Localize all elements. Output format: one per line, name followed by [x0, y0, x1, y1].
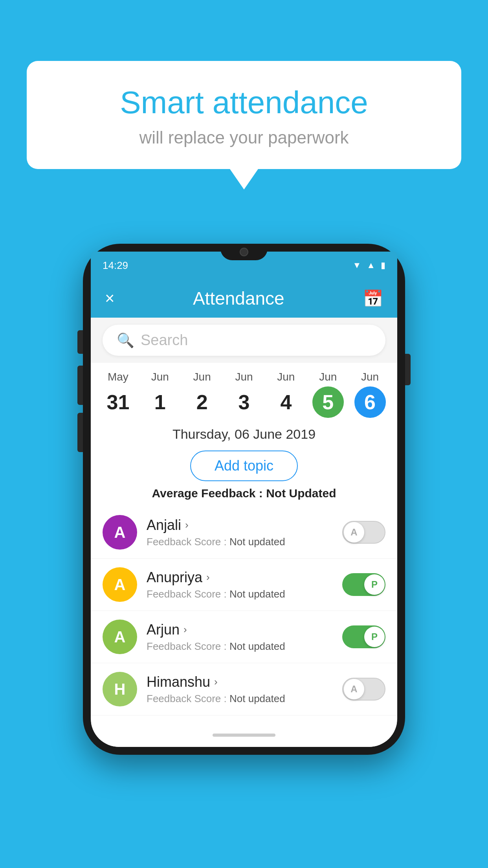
cal-day-0[interactable]: May 31 — [97, 371, 139, 418]
toggle-arjun[interactable]: P — [342, 625, 385, 648]
student-info-anjali: Anjali › Feedback Score : Not updated — [147, 517, 333, 548]
student-score-arjun: Feedback Score : Not updated — [147, 640, 333, 653]
student-info-himanshu: Himanshu › Feedback Score : Not updated — [147, 674, 333, 705]
avatar-arjun: A — [103, 620, 137, 654]
speech-bubble-subtitle: will replace your paperwork — [42, 128, 446, 147]
cal-day-2[interactable]: Jun 2 — [181, 371, 223, 418]
home-indicator — [213, 734, 275, 737]
student-info-anupriya: Anupriya › Feedback Score : Not updated — [147, 569, 333, 600]
avg-feedback-label: Average Feedback : — [152, 487, 262, 500]
phone-screen: × Attendance 📅 🔍 Search May 31 Jun — [91, 279, 397, 747]
search-bar[interactable]: 🔍 Search — [103, 325, 385, 356]
phone-bottom — [91, 723, 397, 747]
app-title: Attendance — [193, 288, 284, 309]
toggle-himanshu[interactable]: A — [342, 678, 385, 701]
avatar-anupriya: A — [103, 567, 137, 602]
cal-day-1[interactable]: Jun 1 — [139, 371, 181, 418]
chevron-icon: › — [214, 676, 218, 688]
camera — [240, 248, 248, 256]
student-name-anupriya[interactable]: Anupriya › — [147, 569, 333, 586]
volume-down-button — [77, 413, 83, 452]
student-info-arjun: Arjun › Feedback Score : Not updated — [147, 622, 333, 653]
student-score-himanshu: Feedback Score : Not updated — [147, 693, 333, 705]
wifi-icon: ▼ — [352, 260, 361, 270]
cal-day-3[interactable]: Jun 3 — [223, 371, 265, 418]
power-button — [405, 354, 411, 385]
chevron-icon: › — [185, 519, 189, 531]
avg-feedback-value: Not Updated — [266, 487, 336, 500]
phone-wrapper: 14:29 ▼ ▲ ▮ × Attendance 📅 🔍 Search — [83, 244, 405, 755]
search-bar-container: 🔍 Search — [91, 318, 397, 363]
student-item-arjun: A Arjun › Feedback Score : Not updated P — [91, 611, 397, 663]
volume-up-button — [77, 366, 83, 405]
avg-feedback: Average Feedback : Not Updated — [91, 487, 397, 506]
student-item-anjali: A Anjali › Feedback Score : Not updated … — [91, 506, 397, 559]
avatar-himanshu: H — [103, 672, 137, 706]
phone-shell: 14:29 ▼ ▲ ▮ × Attendance 📅 🔍 Search — [83, 244, 405, 755]
battery-icon: ▮ — [381, 260, 385, 270]
student-name-himanshu[interactable]: Himanshu › — [147, 674, 333, 690]
speech-bubble-title: Smart attendance — [42, 85, 446, 121]
student-list: A Anjali › Feedback Score : Not updated … — [91, 506, 397, 723]
app-header: × Attendance 📅 — [91, 279, 397, 318]
student-score-anjali: Feedback Score : Not updated — [147, 536, 333, 548]
chevron-icon: › — [206, 571, 210, 583]
chevron-icon: › — [183, 623, 187, 636]
toggle-anupriya[interactable]: P — [342, 573, 385, 596]
notch — [220, 244, 268, 260]
student-score-anupriya: Feedback Score : Not updated — [147, 588, 333, 600]
speech-bubble: Smart attendance will replace your paper… — [27, 61, 461, 169]
cal-day-4[interactable]: Jun 4 — [265, 371, 307, 418]
status-time: 14:29 — [103, 259, 128, 272]
student-item-himanshu: H Himanshu › Feedback Score : Not update… — [91, 663, 397, 715]
toggle-anjali[interactable]: A — [342, 521, 385, 544]
calendar-icon[interactable]: 📅 — [363, 289, 383, 308]
close-button[interactable]: × — [105, 289, 115, 308]
cal-day-6[interactable]: Jun 6 — [349, 371, 391, 418]
speech-bubble-container: Smart attendance will replace your paper… — [27, 61, 461, 169]
add-topic-container: Add topic — [91, 447, 397, 487]
avatar-anjali: A — [103, 515, 137, 550]
student-name-anjali[interactable]: Anjali › — [147, 517, 333, 533]
add-topic-button[interactable]: Add topic — [190, 451, 298, 481]
calendar-row: May 31 Jun 1 Jun 2 Jun 3 Jun 4 — [91, 363, 397, 418]
selected-date: Thursday, 06 June 2019 — [91, 418, 397, 447]
student-item-anupriya: A Anupriya › Feedback Score : Not update… — [91, 559, 397, 611]
search-placeholder: Search — [141, 332, 188, 349]
search-icon: 🔍 — [117, 332, 134, 349]
status-icons: ▼ ▲ ▮ — [352, 260, 385, 270]
signal-icon: ▲ — [367, 260, 375, 270]
student-name-arjun[interactable]: Arjun › — [147, 622, 333, 638]
cal-day-5[interactable]: Jun 5 — [307, 371, 349, 418]
mute-button — [77, 330, 83, 354]
